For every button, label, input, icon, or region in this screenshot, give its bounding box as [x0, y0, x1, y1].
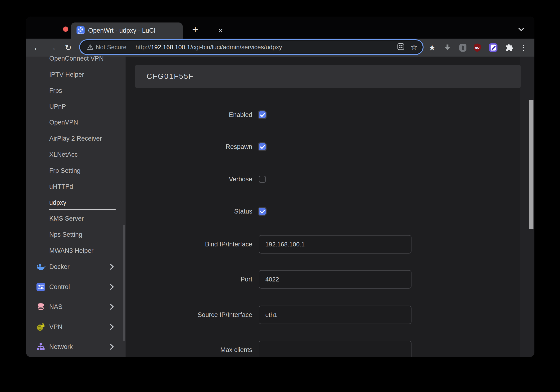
browser-tab[interactable]: Openwrt OpenWrt - udpxy - LuCI ✕ [71, 22, 183, 39]
bind-ip-input[interactable] [259, 235, 411, 254]
svg-text:uO: uO [475, 46, 480, 49]
sidebar-item-uhttpd[interactable]: uHTTPd [26, 181, 126, 192]
url-scheme: http:// [136, 44, 151, 51]
new-tab-button[interactable]: + [190, 25, 200, 35]
browser-window: Openwrt OpenWrt - udpxy - LuCI ✕ + ← → ↻… [26, 17, 534, 357]
tab-close-icon[interactable]: ✕ [216, 27, 225, 35]
sidebar-item-vpn[interactable]: VPN [26, 321, 126, 333]
chevron-right-icon [110, 343, 115, 350]
sidebar-nav: OpenConnect VPN IPTV Helper Frps UPnP Op… [26, 57, 126, 357]
svg-text:Openwrt: Openwrt [78, 32, 84, 34]
tab-strip: Openwrt OpenWrt - udpxy - LuCI ✕ + [26, 17, 534, 39]
ublock-shield-icon[interactable]: uO [472, 42, 482, 53]
field-row-source-ip: Source IP/Interface [126, 305, 534, 324]
sidebar-item-nas[interactable]: NAS [26, 301, 126, 313]
chevron-right-icon [110, 263, 115, 270]
sidebar-item-nps-setting[interactable]: Nps Setting [26, 229, 126, 240]
docker-icon [37, 263, 45, 271]
enabled-checkbox[interactable] [259, 111, 266, 118]
sidebar-item-iptv-helper[interactable]: IPTV Helper [26, 69, 126, 80]
url-divider [131, 44, 131, 51]
puzzle-extensions-icon[interactable] [503, 42, 514, 53]
sidebar-item-kms-server[interactable]: KMS Server [26, 213, 126, 224]
chevron-right-icon [110, 303, 115, 310]
chevron-right-icon [110, 323, 115, 331]
sidebar-item-docker[interactable]: Docker [26, 261, 126, 273]
sidebar-item-frp-setting[interactable]: Frp Setting [26, 165, 126, 176]
back-button[interactable]: ← [32, 42, 42, 53]
respawn-checkbox[interactable] [259, 143, 266, 150]
close-window-button[interactable] [63, 27, 68, 32]
sidebar-scrollbar-thumb[interactable] [123, 225, 125, 341]
tab-title: OpenWrt - udpxy - LuCI [88, 22, 156, 39]
sidebar-item-openvpn[interactable]: OpenVPN [26, 117, 126, 128]
max-clients-label: Max clients [126, 340, 252, 357]
active-item-underline [49, 209, 116, 210]
source-ip-label: Source IP/Interface [126, 305, 252, 324]
enabled-label: Enabled [126, 105, 252, 124]
sidebar-item-xlnetacc[interactable]: XLNetAcc [26, 149, 126, 160]
status-checkbox[interactable] [259, 208, 266, 215]
url-host: 192.168.100.1 [151, 44, 190, 51]
sidebar-item-upnp[interactable]: UPnP [26, 101, 126, 112]
main-panel: CFG01F55F Enabled Respawn Verbose Status… [126, 57, 534, 357]
field-row-port: Port [126, 270, 534, 289]
forward-button[interactable]: → [47, 42, 58, 53]
port-input[interactable] [259, 270, 411, 289]
config-section-title: CFG01F55F [147, 65, 194, 88]
sidebar-item-frps[interactable]: Frps [26, 85, 126, 96]
config-section-header: CFG01F55F [135, 65, 521, 88]
edit-extension-icon[interactable] [488, 42, 498, 53]
reload-button[interactable]: ↻ [63, 42, 73, 53]
field-row-respawn: Respawn [126, 137, 534, 156]
not-secure-warning-icon [87, 44, 93, 51]
download-arrow-icon[interactable] [442, 42, 453, 53]
sidebar-item-control[interactable]: Control [26, 281, 126, 293]
vpn-icon [37, 323, 45, 331]
verbose-label: Verbose [126, 170, 252, 189]
url-path: /cgi-bin/luci/admin/services/udpxy [190, 44, 282, 51]
field-row-enabled: Enabled [126, 105, 534, 124]
url-text[interactable]: http://192.168.100.1/cgi-bin/luci/admin/… [136, 44, 282, 51]
sidebar-item-openconnect-vpn[interactable]: OpenConnect VPN [26, 53, 126, 64]
sidebar-item-network[interactable]: Network [26, 341, 126, 353]
openwrt-favicon-icon: Openwrt [77, 26, 85, 34]
field-row-verbose: Verbose [126, 170, 534, 189]
status-label: Status [126, 202, 252, 221]
sidebar-item-udpxy[interactable]: udpxy [26, 197, 126, 208]
sidebar-item-mwan3-helper[interactable]: MWAN3 Helper [26, 245, 126, 256]
bind-ip-label: Bind IP/Interface [126, 235, 252, 254]
respawn-label: Respawn [126, 137, 252, 156]
source-ip-input[interactable] [259, 306, 411, 324]
field-row-max-clients: Max clients [126, 340, 534, 357]
menu-dots-icon[interactable]: ⋮ [518, 42, 529, 53]
password-keyhole-icon[interactable] [458, 42, 468, 53]
not-secure-label[interactable]: Not Secure [96, 44, 127, 51]
address-bar[interactable]: Not Secure http://192.168.100.1/cgi-bin/… [80, 40, 423, 54]
field-row-status: Status [126, 202, 534, 221]
bookmark-star-icon[interactable]: ★ [427, 42, 437, 53]
tab-search-chevron-icon[interactable] [518, 27, 524, 32]
max-clients-input[interactable] [259, 341, 411, 357]
control-icon [37, 283, 45, 291]
port-label: Port [126, 270, 252, 289]
nas-icon [37, 303, 45, 311]
sidebar-item-airplay-2-receiver[interactable]: AirPlay 2 Receiver [26, 133, 126, 144]
chevron-right-icon [110, 283, 115, 290]
tab-grid-icon[interactable] [397, 43, 404, 51]
field-row-bind-ip: Bind IP/Interface [126, 235, 534, 254]
network-icon [37, 343, 45, 351]
page-content: OpenConnect VPN IPTV Helper Frps UPnP Op… [26, 57, 534, 357]
verbose-checkbox[interactable] [259, 176, 266, 183]
bookmark-this-tab-icon[interactable]: ☆ [410, 43, 417, 51]
